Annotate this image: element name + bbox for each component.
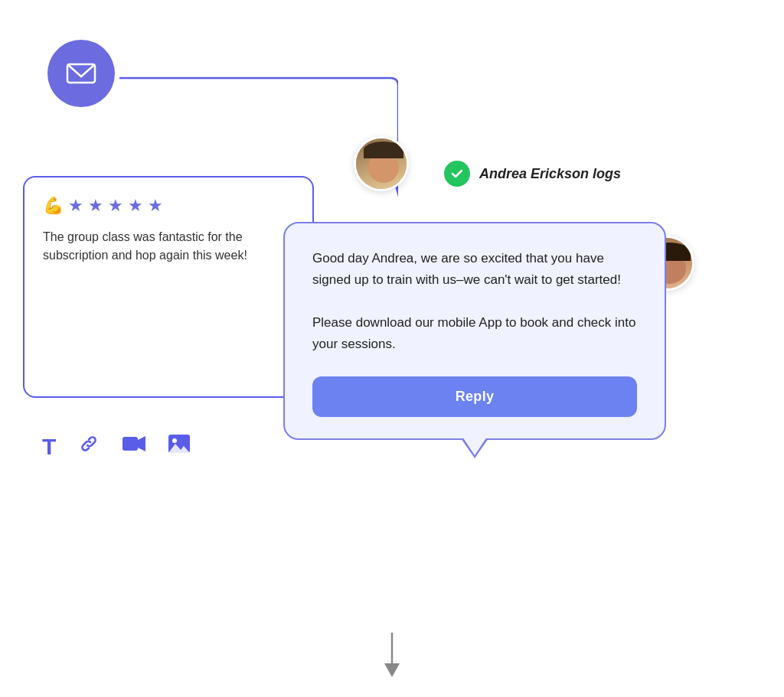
reply-button[interactable]: Reply xyxy=(312,376,637,417)
svg-rect-2 xyxy=(122,437,138,451)
scene: 💪 ★ ★ ★ ★ ★ The group class was fantasti… xyxy=(0,0,784,697)
review-card: 💪 ★ ★ ★ ★ ★ The group class was fantasti… xyxy=(23,176,314,398)
svg-marker-8 xyxy=(384,663,400,677)
message-paragraph-1: Good day Andrea, we are so excited that … xyxy=(312,248,637,291)
star-3: ★ xyxy=(108,196,123,216)
review-stars-row: 💪 ★ ★ ★ ★ ★ xyxy=(43,196,294,216)
message-paragraph-2: Please download our mobile App to book a… xyxy=(312,312,637,355)
email-icon xyxy=(64,57,98,90)
muscle-emoji: 💪 xyxy=(43,196,64,216)
star-5: ★ xyxy=(148,196,163,216)
star-1: ★ xyxy=(68,196,83,216)
review-text: The group class was fantastic for the su… xyxy=(43,228,294,265)
svg-point-5 xyxy=(172,438,177,443)
star-4: ★ xyxy=(128,196,143,216)
link-icon[interactable] xyxy=(77,432,100,461)
text-format-icon[interactable]: T xyxy=(42,434,56,460)
check-icon-circle xyxy=(444,161,470,187)
image-icon[interactable] xyxy=(168,433,191,460)
message-card: Good day Andrea, we are so excited that … xyxy=(283,222,666,440)
andrea-label: Andrea Erickson logs xyxy=(479,166,621,182)
video-icon[interactable] xyxy=(122,433,146,460)
bottom-arrow xyxy=(377,633,407,682)
star-2: ★ xyxy=(88,196,103,216)
avatar-woman xyxy=(354,136,409,191)
svg-marker-3 xyxy=(138,436,145,451)
andrea-notification: Andrea Erickson logs xyxy=(444,161,621,187)
toolbar-row: T xyxy=(42,432,191,461)
email-icon-circle xyxy=(47,40,115,107)
